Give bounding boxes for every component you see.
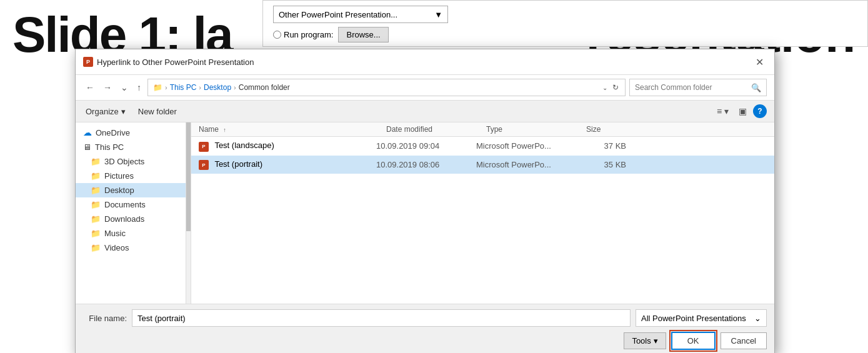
column-header-name[interactable]: Name ↑ xyxy=(199,125,386,134)
content-area: ☁ OneDrive 🖥 This PC 📁 3D Objects 📁 Pict… xyxy=(76,122,774,304)
file-ppt-icon: P xyxy=(199,142,209,152)
filename-row: File name: All PowerPoint Presentations … xyxy=(83,309,767,327)
address-bar: ← → ⌄ ↑ 📁 › This PC › Desktop › Common f… xyxy=(76,75,774,101)
sidebar-item-videos[interactable]: 📁 Videos xyxy=(76,241,191,255)
sidebar-item-pictures[interactable]: 📁 Pictures xyxy=(76,169,191,183)
sidebar-item-label: This PC xyxy=(95,142,124,152)
breadcrumb-refresh-button[interactable]: ↻ xyxy=(611,83,620,92)
browse-button[interactable]: Browse... xyxy=(338,27,388,42)
toolbar-right: ≡ ▾ ▣ ? xyxy=(713,104,767,118)
view-icon: ≡ xyxy=(717,106,722,116)
sidebar-item-thispc[interactable]: 🖥 This PC xyxy=(76,140,191,154)
sidebar-item-label: Videos xyxy=(104,243,129,252)
sidebar-item-3dobjects[interactable]: 📁 3D Objects xyxy=(76,154,191,169)
buttons-row: Tools ▾ OK Cancel xyxy=(83,332,767,350)
nav-forward-button[interactable]: → xyxy=(101,81,114,94)
title-bar-left: P Hyperlink to Other PowerPoint Presenta… xyxy=(83,57,254,67)
filetype-value: All PowerPoint Presentations xyxy=(641,314,746,323)
file-date: 10.09.2019 08:06 xyxy=(376,160,476,169)
pane-button[interactable]: ▣ xyxy=(735,105,751,117)
tools-label: Tools xyxy=(632,336,651,346)
search-icon: 🔍 xyxy=(751,83,761,92)
sidebar: ☁ OneDrive 🖥 This PC 📁 3D Objects 📁 Pict… xyxy=(76,122,191,304)
file-list-header: Name ↑ Date modified Type Size xyxy=(191,122,774,137)
folder-downloads-icon: 📁 xyxy=(91,214,101,224)
breadcrumb-thispc[interactable]: This PC xyxy=(170,83,197,92)
sort-arrow: ↑ xyxy=(223,127,226,133)
filetype-arrow: ⌄ xyxy=(754,314,761,323)
nav-back-button[interactable]: ← xyxy=(83,81,97,94)
file-name: P Test (landscape) xyxy=(199,141,376,152)
column-header-date[interactable]: Date modified xyxy=(386,125,486,134)
file-rows-container: P Test (landscape) 10.09.2019 09:04 Micr… xyxy=(191,137,774,174)
breadcrumb: 📁 › This PC › Desktop › Common folder ⌄ … xyxy=(147,79,626,96)
sidebar-item-label: Pictures xyxy=(104,171,134,181)
file-ppt-icon: P xyxy=(199,160,209,170)
view-arrow: ▾ xyxy=(724,106,729,116)
new-folder-label: New folder xyxy=(138,107,177,116)
sidebar-item-label: 3D Objects xyxy=(104,157,144,166)
onedrive-icon: ☁ xyxy=(83,127,92,137)
organize-arrow: ▾ xyxy=(121,107,126,116)
file-row-file1[interactable]: P Test (landscape) 10.09.2019 09:04 Micr… xyxy=(191,137,774,156)
sidebar-item-desktop[interactable]: 📁 Desktop xyxy=(76,183,191,197)
ppt-title-icon: P xyxy=(83,57,93,67)
run-program-radio[interactable] xyxy=(273,31,281,39)
presentation-dropdown[interactable]: Other PowerPoint Presentation... ▼ xyxy=(273,6,448,23)
breadcrumb-dropdown-button[interactable]: ⌄ xyxy=(601,84,609,91)
search-input[interactable] xyxy=(635,83,749,92)
sidebar-item-label: Desktop xyxy=(104,186,134,195)
hyperlink-dialog: P Hyperlink to Other PowerPoint Presenta… xyxy=(75,49,775,353)
folder-pictures-icon: 📁 xyxy=(91,171,101,181)
file-row-file2[interactable]: P Test (portrait) 10.09.2019 08:06 Micro… xyxy=(191,156,774,174)
dialog-title-text: Hyperlink to Other PowerPoint Presentati… xyxy=(97,57,254,67)
breadcrumb-desktop[interactable]: Desktop xyxy=(204,83,231,92)
cancel-button[interactable]: Cancel xyxy=(721,332,767,349)
file-date: 10.09.2019 09:04 xyxy=(376,141,476,151)
view-button[interactable]: ≡ ▾ xyxy=(713,105,732,117)
run-program-option[interactable]: Run program: xyxy=(273,30,333,39)
tools-button[interactable]: Tools ▾ xyxy=(624,332,666,349)
folder-docs-icon: 📁 xyxy=(91,200,101,209)
dialog-close-button[interactable]: ✕ xyxy=(752,54,767,69)
file-type: Microsoft PowerPo... xyxy=(476,160,576,169)
nav-dropdown-button[interactable]: ⌄ xyxy=(118,81,131,94)
filename-label: File name: xyxy=(83,314,127,323)
filename-input[interactable] xyxy=(132,309,631,327)
column-header-type[interactable]: Type xyxy=(486,125,586,134)
bottom-bar: File name: All PowerPoint Presentations … xyxy=(76,304,774,353)
folder-3d-icon: 📁 xyxy=(91,157,101,166)
file-size: 35 KB xyxy=(576,160,626,169)
sidebar-item-label: Music xyxy=(104,229,126,238)
sidebar-item-documents[interactable]: 📁 Documents xyxy=(76,197,191,212)
hyperlink-top-bar: Other PowerPoint Presentation... ▼ Run p… xyxy=(262,0,868,47)
nav-up-button[interactable]: ↑ xyxy=(134,81,144,94)
organize-button[interactable]: Organize ▾ xyxy=(83,106,128,117)
thispc-icon: 🖥 xyxy=(83,142,91,152)
file-name: P Test (portrait) xyxy=(199,159,376,171)
column-header-size[interactable]: Size xyxy=(586,125,636,134)
ok-button[interactable]: OK xyxy=(671,332,716,350)
dropdown-row: Other PowerPoint Presentation... ▼ xyxy=(273,6,857,23)
breadcrumb-folder: Common folder xyxy=(239,83,290,92)
sidebar-item-label: Downloads xyxy=(104,214,144,224)
filetype-dropdown[interactable]: All PowerPoint Presentations ⌄ xyxy=(636,309,767,327)
new-folder-button[interactable]: New folder xyxy=(136,106,179,117)
sidebar-scrollbar[interactable] xyxy=(186,122,191,304)
sidebar-item-downloads[interactable]: 📁 Downloads xyxy=(76,212,191,226)
sidebar-item-music[interactable]: 📁 Music xyxy=(76,226,191,241)
organize-label: Organize xyxy=(86,107,119,116)
file-type: Microsoft PowerPo... xyxy=(476,141,576,151)
file-list: Name ↑ Date modified Type Size P Test (l… xyxy=(191,122,774,304)
sidebar-thumb xyxy=(186,122,191,231)
sidebar-item-onedrive[interactable]: ☁ OneDrive xyxy=(76,125,191,140)
run-program-row: Run program: Browse... xyxy=(273,27,857,42)
sidebar-item-label: OneDrive xyxy=(96,128,130,137)
folder-desktop-icon: 📁 xyxy=(91,186,101,195)
tools-arrow: ▾ xyxy=(654,336,658,346)
folder-icon: 📁 xyxy=(153,83,162,92)
sidebar-item-label: Documents xyxy=(104,200,146,209)
folder-music-icon: 📁 xyxy=(91,229,101,238)
help-button[interactable]: ? xyxy=(753,104,767,118)
search-box: 🔍 xyxy=(629,79,767,96)
